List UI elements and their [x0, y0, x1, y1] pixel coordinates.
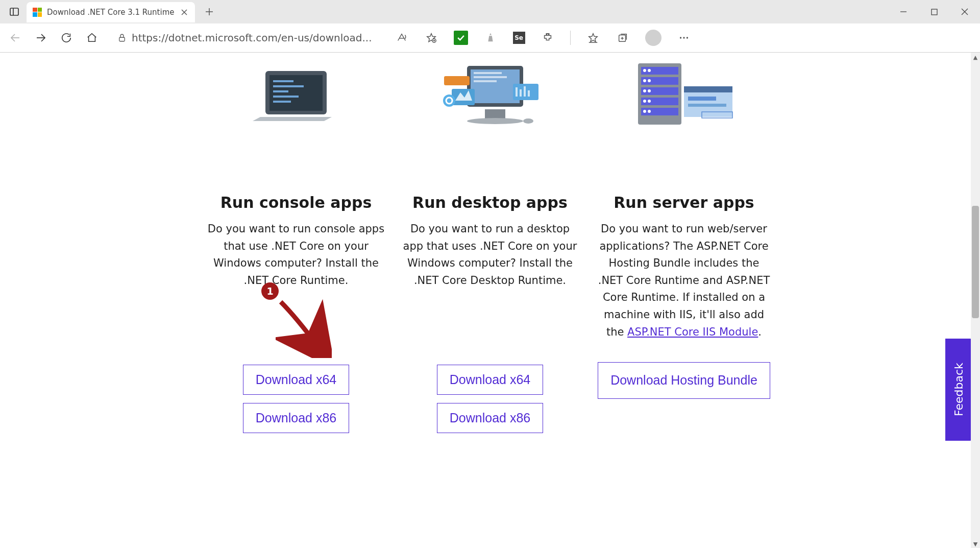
url-text: https://dotnet.microsoft.com/en-us/downl…	[132, 32, 372, 44]
server-heading: Run server apps	[614, 194, 754, 211]
svg-point-26	[686, 37, 688, 38]
minimize-button[interactable]	[888, 0, 919, 23]
download-hosting-bundle-button[interactable]: Download Hosting Bundle	[598, 362, 770, 399]
extension-lighthouse-icon[interactable]	[483, 31, 498, 45]
svg-point-58	[648, 69, 651, 72]
svg-point-18	[547, 34, 549, 36]
svg-rect-29	[273, 80, 293, 82]
svg-rect-55	[641, 98, 678, 105]
svg-rect-54	[641, 87, 678, 95]
server-description: Do you want to run web/server applicatio…	[595, 221, 773, 341]
server-buttons: Download Hosting Bundle	[598, 362, 770, 399]
server-apps-card: Run server apps Do you want to run web/s…	[595, 56, 773, 433]
extensions-icon[interactable]	[541, 31, 555, 45]
server-illustration	[595, 56, 773, 127]
download-desktop-x86-button[interactable]: Download x86	[437, 403, 543, 433]
desktop-apps-card: Run desktop apps Do you want to run a de…	[401, 56, 579, 433]
download-console-x64-button[interactable]: Download x64	[243, 365, 349, 395]
scroll-up-arrow[interactable]: ▲	[971, 53, 980, 62]
more-menu-icon[interactable]	[677, 31, 691, 45]
feedback-tab[interactable]: Feedback	[945, 339, 972, 441]
new-tab-button[interactable]	[200, 3, 218, 21]
svg-rect-47	[520, 89, 522, 97]
desktop-buttons: Download x64 Download x86	[437, 365, 543, 433]
svg-rect-36	[474, 72, 502, 74]
download-desktop-x64-button[interactable]: Download x64	[437, 365, 543, 395]
browser-chrome: Download .NET Core 3.1 Runtime	[0, 0, 980, 53]
tabs-overview-button[interactable]	[5, 3, 23, 21]
svg-point-25	[683, 37, 684, 38]
scroll-thumb[interactable]	[972, 206, 979, 318]
svg-marker-19	[589, 34, 597, 42]
svg-rect-12	[119, 37, 125, 41]
svg-rect-41	[444, 76, 470, 85]
aspnet-iis-module-link[interactable]: ASP.NET Core IIS Module	[627, 326, 758, 338]
svg-rect-49	[528, 90, 530, 97]
browser-toolbar: https://dotnet.microsoft.com/en-us/downl…	[0, 23, 980, 52]
console-description: Do you want to run console apps that use…	[207, 221, 385, 289]
svg-rect-48	[524, 86, 526, 97]
svg-rect-37	[474, 76, 507, 78]
favorite-icon[interactable]	[424, 31, 438, 45]
svg-rect-46	[516, 87, 518, 97]
svg-point-65	[643, 110, 646, 113]
svg-point-64	[648, 100, 651, 103]
close-tab-icon[interactable]	[180, 8, 189, 17]
tab-bar: Download .NET Core 3.1 Runtime	[0, 0, 980, 23]
svg-point-59	[643, 79, 646, 82]
vertical-scrollbar[interactable]: ▲ ▼	[971, 53, 980, 548]
address-bar[interactable]: https://dotnet.microsoft.com/en-us/downl…	[110, 28, 379, 48]
collections-icon[interactable]	[616, 31, 630, 45]
svg-point-50	[523, 118, 533, 124]
favorites-bar-icon[interactable]	[586, 31, 600, 45]
svg-rect-52	[641, 67, 678, 75]
svg-rect-32	[273, 96, 299, 98]
desktop-description: Do you want to run a desktop app that us…	[401, 221, 579, 289]
desktop-illustration	[401, 56, 579, 127]
svg-rect-0	[10, 8, 18, 15]
close-window-button[interactable]	[949, 0, 980, 23]
svg-rect-56	[641, 108, 678, 115]
home-button[interactable]	[85, 31, 99, 45]
maximize-button[interactable]	[919, 0, 949, 23]
console-heading: Run console apps	[220, 194, 372, 211]
annotation-arrow-icon	[276, 297, 332, 358]
svg-point-66	[648, 110, 651, 113]
tab-title: Download .NET Core 3.1 Runtime	[47, 8, 175, 17]
svg-point-44	[443, 94, 455, 107]
console-illustration	[207, 56, 385, 127]
svg-point-40	[467, 118, 523, 124]
svg-rect-35	[471, 69, 520, 103]
microsoft-favicon	[33, 8, 42, 17]
forward-button[interactable]	[34, 31, 48, 45]
svg-rect-31	[273, 90, 288, 92]
svg-rect-68	[684, 86, 732, 92]
svg-rect-33	[273, 101, 291, 103]
svg-point-24	[679, 37, 681, 38]
extension-check-icon[interactable]	[454, 31, 468, 45]
page-content: Run console apps Do you want to run cons…	[0, 53, 980, 548]
toolbar-right: Se	[395, 30, 691, 46]
separator	[570, 31, 571, 45]
browser-tab[interactable]: Download .NET Core 3.1 Runtime	[27, 2, 195, 22]
svg-rect-69	[688, 97, 716, 101]
refresh-button[interactable]	[59, 31, 74, 45]
extension-selenium-icon[interactable]: Se	[513, 32, 525, 44]
svg-rect-30	[273, 85, 304, 87]
back-button[interactable]	[8, 31, 22, 45]
scroll-down-arrow[interactable]: ▼	[971, 539, 980, 548]
svg-rect-53	[641, 77, 678, 85]
svg-rect-39	[485, 109, 505, 118]
svg-rect-7	[932, 9, 937, 15]
svg-point-63	[643, 100, 646, 103]
console-buttons: Download x64 Download x86	[243, 365, 349, 433]
profile-avatar[interactable]	[645, 30, 662, 46]
console-apps-card: Run console apps Do you want to run cons…	[207, 56, 385, 433]
svg-point-61	[643, 89, 646, 92]
read-aloud-icon[interactable]	[395, 31, 409, 45]
svg-point-57	[643, 69, 646, 72]
desktop-heading: Run desktop apps	[412, 194, 568, 211]
annotation-overlay: 1	[261, 282, 279, 300]
download-console-x86-button[interactable]: Download x86	[243, 403, 349, 433]
svg-rect-70	[688, 104, 726, 107]
